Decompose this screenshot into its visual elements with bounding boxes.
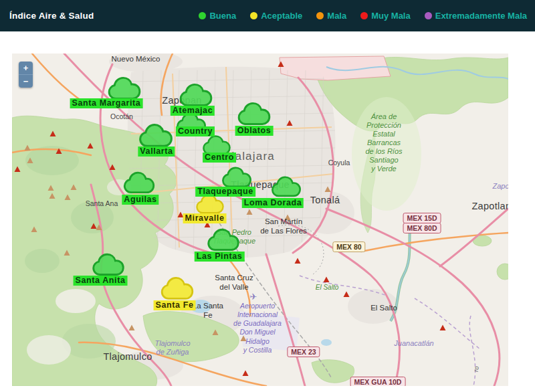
legend-item-extremadamente-mala: Extremadamente Mala: [425, 11, 527, 21]
legend-dot-icon: [360, 12, 368, 19]
zoom-out-button[interactable]: −: [19, 74, 33, 88]
legend-item-muy-mala: Muy Mala: [360, 11, 411, 21]
station-label-centro[interactable]: Centro: [203, 153, 236, 163]
map-label-el-salto: El Salto: [316, 284, 338, 292]
station-cloud-icon-santa-fe[interactable]: [158, 274, 197, 302]
legend-item-buena: Buena: [199, 11, 236, 21]
map-label-area-de: Área de Protección Estatal Barrancas de …: [365, 112, 402, 173]
station-cloud-icon-loma-dorada[interactable]: [268, 173, 305, 199]
station-label-tlaquepaque[interactable]: Tlaquepaque: [195, 187, 255, 197]
aqi-legend: BuenaAceptableMalaMuy MalaExtremadamente…: [199, 11, 527, 21]
station-label-atemajac[interactable]: Atemajac: [171, 106, 215, 116]
map-label-santa-ana: Santa Ana: [86, 199, 118, 207]
map-label-la-santa: La Santa Fe: [193, 302, 223, 320]
station-label-oblatos[interactable]: Oblatos: [235, 126, 274, 136]
legend-dot-icon: [199, 12, 206, 19]
legend-dot-icon: [250, 12, 257, 19]
station-cloud-icon-santa-anita[interactable]: [90, 250, 126, 278]
station-cloud-icon-las-pintas[interactable]: [204, 225, 243, 253]
station-cloud-icon-santa-margarita[interactable]: [104, 74, 144, 102]
zoom-control: + −: [19, 62, 33, 88]
map-label-tonala: Tonalá: [310, 195, 340, 206]
legend-dot-icon: [425, 12, 432, 19]
station-cloud-icon-atemajac[interactable]: [175, 80, 217, 108]
legend-label: Muy Mala: [371, 11, 411, 21]
legend-item-mala: Mala: [316, 11, 346, 21]
military-area: [280, 56, 391, 80]
station-label-santa-anita[interactable]: Santa Anita: [74, 276, 128, 286]
road-shield-mex-80d: MEX 80D: [403, 223, 441, 233]
legend-label: Buena: [209, 11, 236, 21]
map-label-aeropuerto: Aeropuerto Internacional de Guadalajara …: [233, 302, 282, 355]
zoom-in-button[interactable]: +: [19, 62, 33, 74]
map-label-el-salto: El Salto: [370, 304, 397, 313]
legend-label: Extremadamente Mala: [435, 11, 527, 21]
map-label-nuevo-mexico: Nuevo México: [112, 55, 160, 64]
legend-label: Mala: [327, 11, 346, 21]
map-label-: ✈: [250, 292, 257, 302]
station-cloud-icon-oblatos[interactable]: [235, 99, 274, 127]
station-label-loma-dorada[interactable]: Loma Dorada: [242, 198, 304, 208]
map-label-coyula: Coyula: [328, 159, 350, 167]
map-label-zapo: Zapo: [492, 182, 508, 191]
legend-dot-icon: [316, 12, 324, 19]
header: Índice Aire & Salud BuenaAceptableMalaMu…: [0, 0, 535, 31]
station-label-miravalle[interactable]: Miravalle: [183, 213, 227, 223]
station-label-aguilas[interactable]: Aguilas: [122, 195, 158, 205]
station-label-las-pintas[interactable]: Las Pintas: [195, 252, 245, 262]
map-canvas[interactable]: Nuevo MéxicoZapopanOcotánSanta AnaGuadal…: [12, 54, 508, 386]
map-label-tlajomulco: Tlajomulco de Zuñiga: [154, 339, 190, 357]
app-title: Índice Aire & Salud: [9, 11, 94, 21]
station-cloud-icon-tlaquepaque[interactable]: [219, 164, 254, 189]
map-label-tlajomulco: Tlajomulco: [103, 351, 152, 363]
map-label-juanacatlan: Juanacatlán: [394, 339, 433, 348]
map-label-san-martin: San Martín de Las Flores: [260, 217, 307, 235]
station-cloud-icon-aguilas[interactable]: [122, 169, 156, 195]
station-label-vallarta[interactable]: Vallarta: [138, 146, 175, 157]
station-label-santa-margarita[interactable]: Santa Margarita: [70, 98, 143, 108]
road-shield-mex-23: MEX 23: [287, 347, 320, 357]
road-shield-mex-15d: MEX 15D: [403, 213, 441, 223]
map-label-ocotan: Ocotán: [110, 112, 133, 120]
map-label-zapotlanejo: Zapotlanejo: [471, 201, 508, 212]
road-shield-mex-gua-10d: MEX GUA 10D: [350, 377, 406, 386]
legend-item-aceptable: Aceptable: [250, 11, 302, 21]
station-label-country[interactable]: Country: [176, 126, 215, 136]
station-cloud-icon-vallarta[interactable]: [136, 120, 176, 149]
legend-label: Aceptable: [261, 11, 302, 21]
map-label-santa-cruz: Santa Cruz del Valle: [215, 274, 253, 292]
station-label-santa-fe[interactable]: Santa Fe: [154, 300, 196, 310]
road-shield-mex-80: MEX 80: [332, 241, 365, 252]
